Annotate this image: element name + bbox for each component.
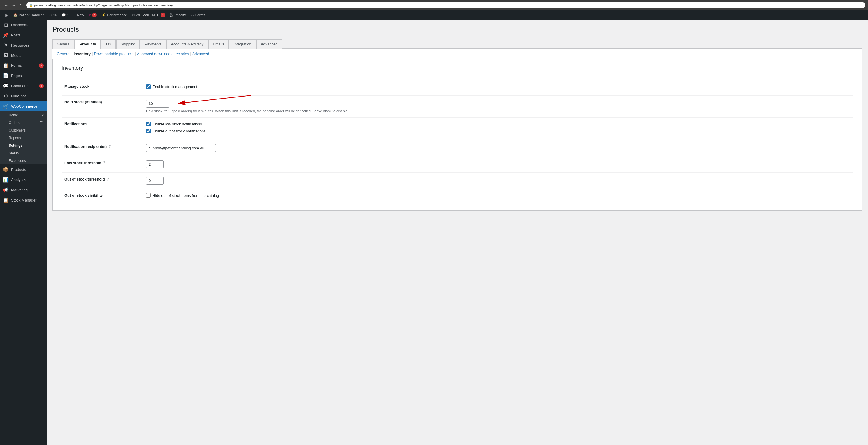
sidebar-item-analytics[interactable]: 📊 Analytics	[0, 175, 46, 185]
hold-stock-row: Hold stock (minutes) 60	[62, 96, 853, 118]
comments-icon: 💬	[3, 83, 9, 89]
notif-recipients-help-icon[interactable]: ?	[108, 144, 111, 149]
yoast-badge: 2	[92, 13, 97, 18]
sidebar-item-media[interactable]: 🖼 Media	[0, 51, 46, 60]
submenu-item-reports[interactable]: Reports	[0, 134, 46, 142]
notifications-row: Notifications Enable low stock notificat…	[62, 118, 853, 140]
forward-button[interactable]: →	[10, 2, 17, 8]
tab-payments[interactable]: Payments	[140, 39, 166, 49]
tab-advanced[interactable]: Advanced	[256, 39, 282, 49]
analytics-icon: 📊	[3, 177, 9, 182]
out-stock-visibility-checkbox-label[interactable]: Hide out of stock items from the catalog	[146, 193, 850, 198]
wp-logo-icon[interactable]: ⊞	[2, 12, 11, 18]
woo-icon: 🛒	[3, 103, 9, 109]
low-stock-notif-label[interactable]: Enable low stock notifications	[146, 122, 850, 126]
browser-nav-buttons[interactable]: ← → ↻	[3, 2, 24, 8]
manage-stock-checkbox-label[interactable]: Enable stock management	[146, 84, 850, 89]
admin-bar-updates[interactable]: ↻ 16	[46, 10, 59, 20]
sidebar-item-products[interactable]: 📦 Products	[0, 165, 46, 175]
sidebar-item-woocommerce[interactable]: 🛒 WooCommerce	[0, 101, 46, 111]
subnav-approved-dirs[interactable]: Approved download directories	[137, 52, 189, 56]
settings-content: Inventory Manage stock Enable stock mana…	[53, 59, 862, 211]
submenu-item-home[interactable]: Home 2	[0, 111, 46, 119]
tab-products[interactable]: Products	[75, 39, 100, 49]
sidebar-item-dashboard[interactable]: ⊞ Dashboard	[0, 20, 46, 30]
subnav-downloadable[interactable]: Downloadable products	[94, 52, 134, 56]
back-button[interactable]: ←	[3, 2, 9, 8]
submenu-item-settings[interactable]: Settings	[0, 142, 46, 149]
admin-bar-forms[interactable]: 🛡 Forms	[188, 10, 208, 20]
subnav-inventory[interactable]: Inventory	[74, 52, 91, 56]
submenu-item-status[interactable]: Status	[0, 149, 46, 157]
low-stock-threshold-help-icon[interactable]: ?	[103, 160, 105, 165]
tab-tax[interactable]: Tax	[101, 39, 116, 49]
sidebar-item-pages[interactable]: 📄 Pages	[0, 70, 46, 81]
admin-bar-wpmail[interactable]: ✉ WP Mail SMTP 1	[129, 10, 167, 20]
admin-bar-performance[interactable]: ⚡ Performance	[99, 10, 129, 20]
sidebar-item-comments[interactable]: 💬 Comments 1	[0, 81, 46, 91]
manage-stock-checkbox[interactable]	[146, 84, 151, 89]
sidebar-item-resources[interactable]: ⚑ Resources	[0, 40, 46, 51]
tab-integration[interactable]: Integration	[229, 39, 256, 49]
admin-bar-imagify[interactable]: 🖼 Imagify	[167, 10, 188, 20]
hold-stock-input[interactable]: 60	[146, 100, 169, 108]
low-stock-threshold-row: Low stock threshold ? 2	[62, 156, 853, 173]
out-stock-notif-label[interactable]: Enable out of stock notifications	[146, 128, 850, 133]
low-stock-threshold-control: 2	[143, 156, 853, 173]
resources-icon: ⚑	[3, 42, 9, 48]
pages-icon: 📄	[3, 73, 9, 79]
tab-general[interactable]: General	[53, 39, 74, 49]
out-stock-threshold-label-cell: Out of stock threshold ?	[62, 173, 143, 189]
manage-stock-label: Manage stock	[62, 80, 143, 96]
out-stock-visibility-label: Out of stock visibility	[62, 189, 143, 204]
out-stock-visibility-checkbox[interactable]	[146, 193, 151, 198]
subnav-general[interactable]: General	[57, 52, 70, 56]
admin-bar-yoast[interactable]: Y 2	[86, 10, 99, 20]
sidebar: ⊞ Dashboard 📌 Posts ⚑ Resources 🖼 Media …	[0, 20, 46, 445]
forms-icon: 🛡	[191, 13, 194, 17]
out-stock-notif-checkbox[interactable]	[146, 128, 151, 133]
yoast-icon: Y	[89, 13, 91, 17]
admin-bar-comments[interactable]: 💬 1	[59, 10, 71, 20]
sidebar-item-stock-manager[interactable]: 📋 Stock Manager	[0, 195, 46, 205]
refresh-icon: ↻	[49, 13, 52, 17]
admin-bar-site[interactable]: 🏠 Patient Handling	[11, 10, 46, 20]
sidebar-item-posts[interactable]: 📌 Posts	[0, 30, 46, 40]
out-stock-threshold-control: 0	[143, 173, 853, 189]
url-text: patienthandling.com.au/wp-admin/admin.ph…	[34, 3, 173, 7]
stock-manager-icon: 📋	[3, 198, 9, 203]
forms-badge: 1	[39, 63, 44, 68]
sidebar-item-marketing[interactable]: 📢 Marketing	[0, 185, 46, 195]
out-stock-threshold-help-icon[interactable]: ?	[107, 177, 109, 181]
address-bar[interactable]: 🔒 patienthandling.com.au/wp-admin/admin.…	[26, 2, 865, 8]
tab-emails[interactable]: Emails	[208, 39, 228, 49]
orders-badge: 71	[40, 121, 44, 125]
section-title: Inventory	[62, 65, 853, 75]
sidebar-item-forms[interactable]: 📋 Forms 1	[0, 60, 46, 70]
submenu-item-extensions[interactable]: Extensions	[0, 157, 46, 165]
wp-layout: ⊞ Dashboard 📌 Posts ⚑ Resources 🖼 Media …	[0, 20, 868, 445]
settings-table: Manage stock Enable stock management Hol…	[62, 80, 853, 204]
sub-navigation: General | Inventory | Downloadable produ…	[53, 49, 862, 59]
hold-stock-label: Hold stock (minutes)	[62, 96, 143, 118]
submenu-item-orders[interactable]: Orders 71	[0, 119, 46, 126]
low-stock-notif-checkbox[interactable]	[146, 122, 151, 126]
subnav-sep-1: |	[71, 52, 72, 56]
home-icon: 🏠	[13, 13, 18, 17]
out-stock-threshold-input[interactable]: 0	[146, 177, 163, 185]
subnav-advanced[interactable]: Advanced	[192, 52, 209, 56]
notif-recipients-control: support@patienthandling.com.au	[143, 140, 853, 156]
page-title: Products	[53, 26, 862, 33]
media-icon: 🖼	[3, 53, 9, 58]
notif-recipients-input[interactable]: support@patienthandling.com.au	[146, 144, 216, 152]
submenu-item-customers[interactable]: Customers	[0, 126, 46, 134]
low-stock-threshold-input[interactable]: 2	[146, 160, 163, 168]
admin-bar-new[interactable]: + New	[71, 10, 86, 20]
wp-admin-bar: ⊞ 🏠 Patient Handling ↻ 16 💬 1 + New Y 2 …	[0, 10, 868, 20]
posts-icon: 📌	[3, 32, 9, 38]
comment-icon: 💬	[62, 13, 66, 17]
tab-shipping[interactable]: Shipping	[116, 39, 140, 49]
tab-accounts-privacy[interactable]: Accounts & Privacy	[166, 39, 208, 49]
refresh-button[interactable]: ↻	[18, 2, 24, 8]
sidebar-item-hubspot[interactable]: ⚙ HubSpot	[0, 91, 46, 101]
